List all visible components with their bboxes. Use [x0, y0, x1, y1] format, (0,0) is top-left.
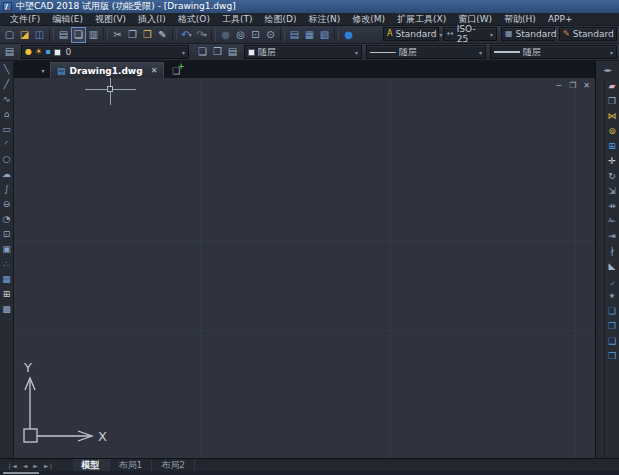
menu-app-plus[interactable]: APP+: [542, 13, 579, 26]
lineweight-dropdown-icon[interactable]: ▾: [610, 49, 613, 56]
tab-layout2[interactable]: 布局2: [152, 459, 195, 472]
menu-insert[interactable]: 插入(I): [132, 13, 172, 26]
lineweight-combo[interactable]: 随层 ▾: [490, 45, 617, 59]
tab-model[interactable]: 模型: [73, 459, 110, 472]
layer-color-swatch[interactable]: [54, 49, 61, 56]
table-style-combo[interactable]: ▦ Standard ▾: [501, 27, 555, 41]
undo-button[interactable]: ↶▾: [179, 27, 194, 43]
circle-button[interactable]: ○: [0, 151, 14, 166]
color-dropdown-icon[interactable]: ▾: [355, 49, 358, 56]
plot-button[interactable]: ▤: [56, 27, 71, 43]
text-style-combo[interactable]: A Standard ▾: [383, 27, 439, 41]
color-combo[interactable]: 随层 ▾: [244, 45, 362, 59]
layer-dropdown-icon[interactable]: ▾: [182, 49, 185, 56]
menu-file[interactable]: 文件(F): [4, 13, 46, 26]
properties-palette-button[interactable]: ▤: [287, 27, 302, 43]
panel-toggle-button[interactable]: ◄►: [596, 61, 619, 78]
make-block-button[interactable]: ▣: [0, 241, 14, 256]
tool-palettes-button[interactable]: ▧: [317, 27, 332, 43]
arc-button[interactable]: ◜: [0, 136, 14, 151]
new-button[interactable]: ▢: [2, 27, 17, 43]
tab-overflow-button[interactable]: ▾: [36, 63, 50, 78]
array-button[interactable]: ⊞: [605, 138, 619, 153]
first-layout-button[interactable]: ❘◄: [4, 459, 20, 472]
revision-cloud-button[interactable]: ☁: [0, 166, 14, 181]
mirror-button[interactable]: ⋈: [605, 108, 619, 123]
next-layout-button[interactable]: ►: [30, 459, 41, 472]
previous-layout-button[interactable]: ◄: [20, 459, 31, 472]
erase-button[interactable]: ▰: [605, 78, 619, 93]
copy-object-button[interactable]: ❐: [605, 93, 619, 108]
designcenter-button[interactable]: ▦: [302, 27, 317, 43]
menu-tools[interactable]: 工具(T): [216, 13, 259, 26]
menu-help[interactable]: 帮助(H): [498, 13, 542, 26]
pan-button[interactable]: ●: [218, 27, 233, 43]
tab-layout1[interactable]: 布局1: [110, 459, 153, 472]
ellipse-button[interactable]: ⊖: [0, 196, 14, 211]
draworder-bring-above-button[interactable]: ❑: [605, 333, 619, 348]
draworder-send-under-button[interactable]: ❒: [605, 348, 619, 363]
layer-properties-button[interactable]: ▤: [2, 44, 17, 60]
construction-line-button[interactable]: ╱: [0, 76, 14, 91]
menu-view[interactable]: 视图(V): [89, 13, 132, 26]
help-button[interactable]: ●: [341, 27, 356, 43]
plot-preview-button[interactable]: ❏: [71, 27, 86, 43]
offset-button[interactable]: ⊚: [605, 123, 619, 138]
save-button[interactable]: ◫: [32, 27, 47, 43]
rectangle-button[interactable]: ▭: [0, 121, 14, 136]
menu-dimension[interactable]: 标注(N): [302, 13, 346, 26]
break-button[interactable]: ∤: [605, 243, 619, 258]
dim-style-dropdown-icon[interactable]: ▾: [490, 31, 493, 38]
fillet-button[interactable]: ◞: [605, 273, 619, 288]
line-button[interactable]: ╲: [0, 61, 14, 76]
right-collapsed-strip[interactable]: [596, 78, 605, 458]
document-tab-active[interactable]: ▤ Drawing1.dwg ✕: [50, 62, 164, 78]
layer-lock-icon[interactable]: ▪: [45, 48, 50, 56]
point-button[interactable]: ∴: [0, 256, 14, 271]
doc-restore-button[interactable]: ❐: [569, 82, 576, 90]
trim-button[interactable]: ✁: [605, 213, 619, 228]
zoom-realtime-button[interactable]: ◎: [233, 27, 248, 43]
ellipse-arc-button[interactable]: ◔: [0, 211, 14, 226]
drawing-canvas[interactable]: − ❐ ✕ Y: [14, 78, 595, 458]
hatch-button[interactable]: ▦: [0, 271, 14, 286]
doc-minimize-button[interactable]: −: [555, 82, 562, 90]
new-drawing-tab-button[interactable]: ❏ +: [168, 63, 184, 78]
publish-button[interactable]: ▥: [86, 27, 101, 43]
tab-close-icon[interactable]: ✕: [151, 66, 158, 75]
linetype-dropdown-icon[interactable]: ▾: [479, 49, 482, 56]
dim-style-combo[interactable]: ↔ ISO-25 ▾: [443, 27, 497, 41]
rotate-button[interactable]: ↻: [605, 168, 619, 183]
redo-button[interactable]: ↷▾: [194, 27, 209, 43]
region-button[interactable]: ▩: [0, 301, 14, 316]
layer-states-button[interactable]: ▤: [225, 44, 240, 60]
copy-button[interactable]: ❐: [125, 27, 140, 43]
layer-freeze-sun-icon[interactable]: ☀: [35, 48, 42, 56]
horizontal-scrollbar[interactable]: [0, 471, 619, 475]
text-style-dropdown-icon[interactable]: ▾: [439, 31, 442, 38]
linetype-combo[interactable]: 随层 ▾: [366, 45, 486, 59]
extend-button[interactable]: ⇥: [605, 228, 619, 243]
menu-express[interactable]: 扩展工具(X): [391, 13, 452, 26]
zoom-previous-button[interactable]: ⊙: [263, 27, 278, 43]
stretch-button[interactable]: ⇸: [605, 198, 619, 213]
redo-button-dropdown-icon[interactable]: ▾: [204, 31, 207, 38]
mleader-style-combo[interactable]: ✎ Standard: [559, 27, 617, 41]
cut-button[interactable]: ✂: [110, 27, 125, 43]
last-layout-button[interactable]: ►❘: [41, 459, 57, 472]
zoom-window-button[interactable]: ⊡: [248, 27, 263, 43]
match-properties-button[interactable]: ✎: [155, 27, 170, 43]
table-button[interactable]: ⊞: [0, 286, 14, 301]
scale-button[interactable]: ⇲: [605, 183, 619, 198]
menu-modify[interactable]: 修改(M): [346, 13, 391, 26]
menu-draw[interactable]: 绘图(D): [258, 13, 302, 26]
menu-format[interactable]: 格式(O): [172, 13, 216, 26]
layer-previous-button[interactable]: ❐: [210, 44, 225, 60]
explode-button[interactable]: ✴: [605, 288, 619, 303]
chamfer-button[interactable]: ◣: [605, 258, 619, 273]
draworder-bring-to-front-button[interactable]: ❏: [605, 303, 619, 318]
layer-combo[interactable]: ● ☀ ▪ 0 ▾: [21, 45, 189, 59]
open-button[interactable]: ◪: [17, 27, 32, 43]
polygon-button[interactable]: ⌂: [0, 106, 14, 121]
polyline-button[interactable]: ∿: [0, 91, 14, 106]
